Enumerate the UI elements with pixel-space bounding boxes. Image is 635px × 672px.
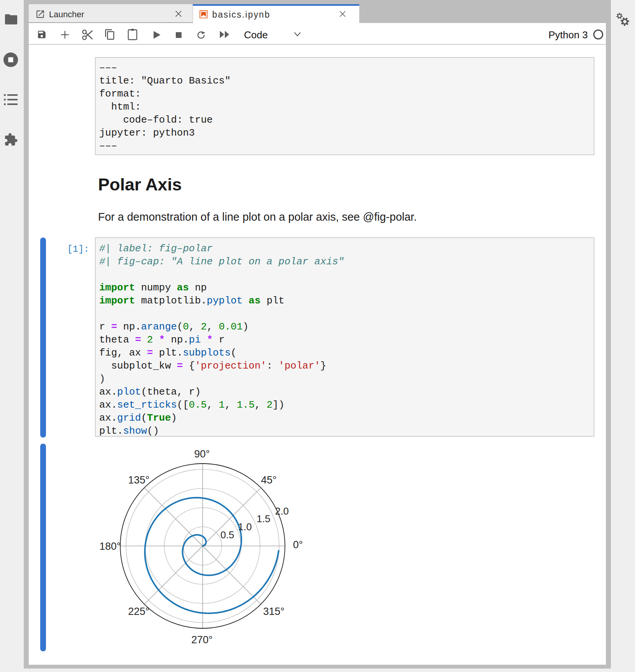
svg-text:45°: 45° bbox=[261, 474, 277, 486]
svg-text:1.5: 1.5 bbox=[257, 513, 270, 524]
svg-text:180°: 180° bbox=[100, 541, 121, 552]
svg-text:0°: 0° bbox=[293, 539, 303, 551]
svg-text:225°: 225° bbox=[128, 606, 150, 617]
svg-text:2.0: 2.0 bbox=[275, 505, 289, 517]
svg-text:90°: 90° bbox=[194, 448, 210, 460]
svg-text:270°: 270° bbox=[191, 634, 213, 646]
svg-text:0.5: 0.5 bbox=[220, 529, 234, 541]
svg-text:1.0: 1.0 bbox=[238, 521, 252, 533]
svg-text:135°: 135° bbox=[128, 474, 150, 486]
svg-text:315°: 315° bbox=[263, 606, 285, 617]
